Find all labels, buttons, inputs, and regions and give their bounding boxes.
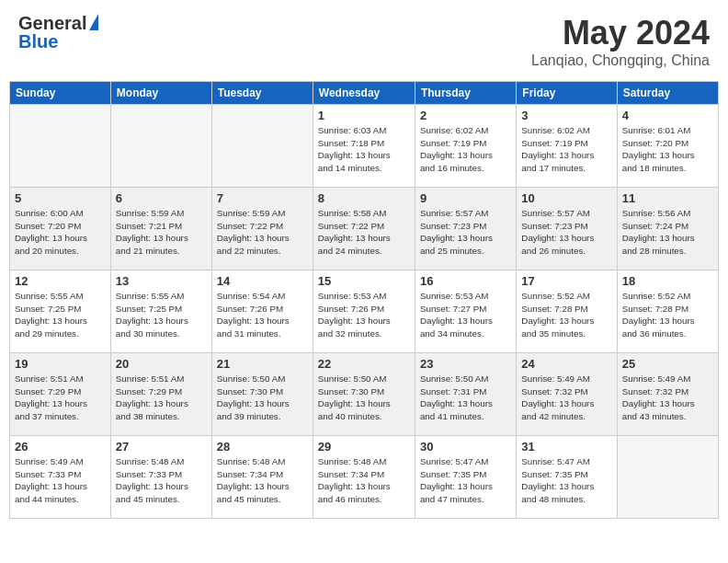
day-number: 17 <box>521 274 611 288</box>
day-number: 25 <box>622 357 713 371</box>
week-row-1: 1Sunrise: 6:03 AM Sunset: 7:18 PM Daylig… <box>10 105 719 188</box>
day-number: 21 <box>217 357 308 371</box>
day-info: Sunrise: 5:57 AM Sunset: 7:23 PM Dayligh… <box>521 207 611 258</box>
calendar-cell: 22Sunrise: 5:50 AM Sunset: 7:30 PM Dayli… <box>313 353 415 436</box>
weekday-header-saturday: Saturday <box>617 82 718 105</box>
day-info: Sunrise: 6:02 AM Sunset: 7:19 PM Dayligh… <box>521 124 611 175</box>
logo-general-text: General <box>18 14 86 32</box>
calendar-cell: 27Sunrise: 5:48 AM Sunset: 7:33 PM Dayli… <box>110 436 211 519</box>
day-info: Sunrise: 6:02 AM Sunset: 7:19 PM Dayligh… <box>420 124 511 175</box>
day-number: 1 <box>318 109 410 122</box>
day-number: 29 <box>318 440 410 454</box>
calendar-cell: 28Sunrise: 5:48 AM Sunset: 7:34 PM Dayli… <box>211 436 313 519</box>
day-info: Sunrise: 5:58 AM Sunset: 7:22 PM Dayligh… <box>318 207 410 258</box>
day-number: 24 <box>521 357 611 371</box>
day-info: Sunrise: 5:55 AM Sunset: 7:25 PM Dayligh… <box>116 290 207 340</box>
weekday-header-monday: Monday <box>110 82 211 105</box>
calendar-cell: 24Sunrise: 5:49 AM Sunset: 7:32 PM Dayli… <box>517 353 617 436</box>
day-number: 9 <box>420 191 511 205</box>
day-number: 15 <box>318 274 410 288</box>
day-number: 4 <box>622 109 713 122</box>
calendar-cell: 29Sunrise: 5:48 AM Sunset: 7:34 PM Dayli… <box>313 436 415 519</box>
calendar-cell: 20Sunrise: 5:51 AM Sunset: 7:29 PM Dayli… <box>110 353 211 436</box>
day-info: Sunrise: 5:47 AM Sunset: 7:35 PM Dayligh… <box>420 455 511 506</box>
day-info: Sunrise: 5:48 AM Sunset: 7:34 PM Dayligh… <box>318 455 410 506</box>
day-info: Sunrise: 5:47 AM Sunset: 7:35 PM Dayligh… <box>521 455 611 506</box>
day-info: Sunrise: 5:59 AM Sunset: 7:22 PM Dayligh… <box>217 207 308 258</box>
day-info: Sunrise: 5:55 AM Sunset: 7:25 PM Dayligh… <box>15 290 106 340</box>
logo-blue-group: Blue <box>18 32 58 51</box>
day-number: 23 <box>420 357 511 371</box>
day-info: Sunrise: 5:57 AM Sunset: 7:23 PM Dayligh… <box>420 207 511 258</box>
logo: General Blue <box>18 14 98 51</box>
day-number: 5 <box>15 191 106 205</box>
day-info: Sunrise: 5:52 AM Sunset: 7:28 PM Dayligh… <box>622 290 713 340</box>
day-number: 14 <box>217 274 308 288</box>
calendar-cell: 7Sunrise: 5:59 AM Sunset: 7:22 PM Daylig… <box>211 188 313 270</box>
calendar-cell: 21Sunrise: 5:50 AM Sunset: 7:30 PM Dayli… <box>211 353 313 436</box>
calendar-cell <box>110 105 211 188</box>
day-info: Sunrise: 5:50 AM Sunset: 7:31 PM Dayligh… <box>420 373 511 423</box>
calendar-cell: 5Sunrise: 6:00 AM Sunset: 7:20 PM Daylig… <box>10 188 111 270</box>
day-info: Sunrise: 5:48 AM Sunset: 7:33 PM Dayligh… <box>116 455 207 506</box>
calendar-cell: 13Sunrise: 5:55 AM Sunset: 7:25 PM Dayli… <box>110 270 211 353</box>
day-info: Sunrise: 5:49 AM Sunset: 7:33 PM Dayligh… <box>15 455 106 506</box>
day-number: 8 <box>318 191 410 205</box>
day-info: Sunrise: 6:03 AM Sunset: 7:18 PM Dayligh… <box>318 124 410 175</box>
calendar-cell: 3Sunrise: 6:02 AM Sunset: 7:19 PM Daylig… <box>517 105 617 188</box>
day-info: Sunrise: 5:50 AM Sunset: 7:30 PM Dayligh… <box>217 373 308 423</box>
day-number: 26 <box>15 440 106 454</box>
week-row-5: 26Sunrise: 5:49 AM Sunset: 7:33 PM Dayli… <box>10 436 719 519</box>
calendar-cell: 14Sunrise: 5:54 AM Sunset: 7:26 PM Dayli… <box>211 270 313 353</box>
day-number: 11 <box>622 191 713 205</box>
calendar-cell: 6Sunrise: 5:59 AM Sunset: 7:21 PM Daylig… <box>110 188 211 270</box>
calendar-cell: 8Sunrise: 5:58 AM Sunset: 7:22 PM Daylig… <box>313 188 415 270</box>
calendar-cell: 11Sunrise: 5:56 AM Sunset: 7:24 PM Dayli… <box>617 188 718 270</box>
week-row-4: 19Sunrise: 5:51 AM Sunset: 7:29 PM Dayli… <box>10 353 719 436</box>
day-number: 30 <box>420 440 511 454</box>
calendar-cell: 10Sunrise: 5:57 AM Sunset: 7:23 PM Dayli… <box>517 188 617 270</box>
day-number: 31 <box>521 440 611 454</box>
day-number: 13 <box>116 274 207 288</box>
day-number: 19 <box>15 357 106 371</box>
day-info: Sunrise: 5:49 AM Sunset: 7:32 PM Dayligh… <box>622 373 713 423</box>
day-number: 20 <box>116 357 207 371</box>
day-info: Sunrise: 5:48 AM Sunset: 7:34 PM Dayligh… <box>217 455 308 506</box>
weekday-header-sunday: Sunday <box>10 82 111 105</box>
day-number: 6 <box>116 191 207 205</box>
day-info: Sunrise: 6:00 AM Sunset: 7:20 PM Dayligh… <box>15 207 106 258</box>
calendar-cell: 30Sunrise: 5:47 AM Sunset: 7:35 PM Dayli… <box>415 436 516 519</box>
day-info: Sunrise: 5:52 AM Sunset: 7:28 PM Dayligh… <box>521 290 611 340</box>
title-block: May 2024 Lanqiao, Chongqing, China <box>531 14 710 69</box>
calendar-cell: 25Sunrise: 5:49 AM Sunset: 7:32 PM Dayli… <box>617 353 718 436</box>
day-info: Sunrise: 5:53 AM Sunset: 7:27 PM Dayligh… <box>420 290 511 340</box>
calendar-cell <box>211 105 313 188</box>
calendar-cell: 31Sunrise: 5:47 AM Sunset: 7:35 PM Dayli… <box>517 436 617 519</box>
calendar-cell: 19Sunrise: 5:51 AM Sunset: 7:29 PM Dayli… <box>10 353 111 436</box>
day-info: Sunrise: 5:51 AM Sunset: 7:29 PM Dayligh… <box>116 373 207 423</box>
day-info: Sunrise: 5:53 AM Sunset: 7:26 PM Dayligh… <box>318 290 410 340</box>
day-info: Sunrise: 5:50 AM Sunset: 7:30 PM Dayligh… <box>318 373 410 423</box>
calendar-cell: 16Sunrise: 5:53 AM Sunset: 7:27 PM Dayli… <box>415 270 516 353</box>
day-number: 22 <box>318 357 410 371</box>
day-number: 10 <box>521 191 611 205</box>
day-number: 27 <box>116 440 207 454</box>
day-info: Sunrise: 5:54 AM Sunset: 7:26 PM Dayligh… <box>217 290 308 340</box>
calendar-cell: 17Sunrise: 5:52 AM Sunset: 7:28 PM Dayli… <box>517 270 617 353</box>
page-header: General Blue May 2024 Lanqiao, Chongqing… <box>9 9 719 74</box>
calendar-cell: 15Sunrise: 5:53 AM Sunset: 7:26 PM Dayli… <box>313 270 415 353</box>
week-row-3: 12Sunrise: 5:55 AM Sunset: 7:25 PM Dayli… <box>10 270 719 353</box>
weekday-header-wednesday: Wednesday <box>313 82 415 105</box>
calendar-cell: 1Sunrise: 6:03 AM Sunset: 7:18 PM Daylig… <box>313 105 415 188</box>
day-info: Sunrise: 5:56 AM Sunset: 7:24 PM Dayligh… <box>622 207 713 258</box>
calendar-cell <box>617 436 718 519</box>
day-number: 12 <box>15 274 106 288</box>
day-number: 2 <box>420 109 511 122</box>
weekday-header-row: SundayMondayTuesdayWednesdayThursdayFrid… <box>10 82 719 105</box>
logo-text-group: General <box>18 14 98 32</box>
day-number: 3 <box>521 109 611 122</box>
calendar-cell: 18Sunrise: 5:52 AM Sunset: 7:28 PM Dayli… <box>617 270 718 353</box>
day-number: 18 <box>622 274 713 288</box>
month-title: May 2024 <box>531 14 710 52</box>
calendar-cell: 26Sunrise: 5:49 AM Sunset: 7:33 PM Dayli… <box>10 436 111 519</box>
